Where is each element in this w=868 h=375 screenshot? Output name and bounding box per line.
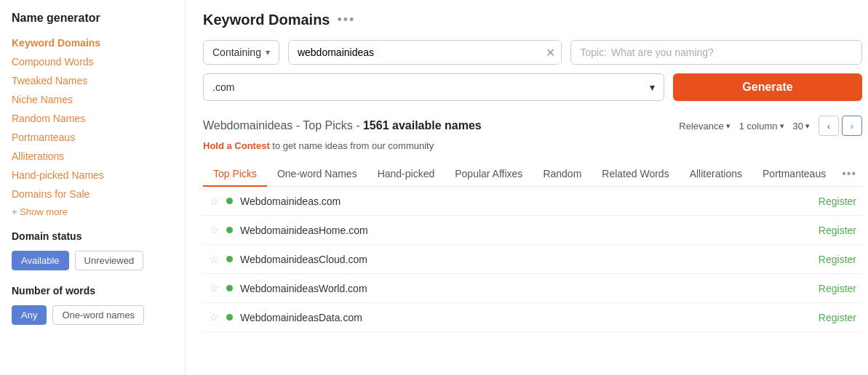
main-content: Keyword Domains ••• Containing ▾ ✕ Topic… bbox=[186, 0, 868, 375]
sidebar-item-domains-for-sale[interactable]: Domains for Sale bbox=[0, 185, 185, 203]
tld-select[interactable]: .com ▾ bbox=[203, 73, 664, 101]
main-header: Keyword Domains ••• bbox=[203, 12, 862, 28]
sidebar-item-tweaked-names[interactable]: Tweaked Names bbox=[0, 71, 185, 90]
sidebar-title: Name generator bbox=[0, 12, 185, 33]
topic-input-wrap: Topic: bbox=[570, 40, 862, 65]
register-link[interactable]: Register bbox=[819, 225, 856, 236]
availability-dot bbox=[226, 256, 233, 262]
domain-list-item: ☆WebdomainideasWorld.comRegister bbox=[203, 274, 862, 303]
star-icon[interactable]: ☆ bbox=[209, 310, 219, 324]
sidebar-item-label: Tweaked Names bbox=[12, 75, 87, 86]
register-link[interactable]: Register bbox=[819, 283, 856, 294]
domain-name: WebdomainideasData.com bbox=[240, 312, 811, 323]
per-page-control[interactable]: 30 ▾ bbox=[793, 121, 810, 132]
any-button[interactable]: Any bbox=[12, 305, 47, 325]
availability-dot bbox=[226, 198, 233, 204]
prev-page-arrow[interactable]: ‹ bbox=[819, 116, 839, 136]
tabs: Top PicksOne-word NamesHand-pickedPopula… bbox=[203, 161, 862, 187]
clear-icon[interactable]: ✕ bbox=[546, 46, 555, 60]
domain-name: WebdomainideasWorld.com bbox=[240, 283, 811, 294]
domain-list-item: ☆WebdomainideasHome.comRegister bbox=[203, 216, 862, 245]
domain-list-item: ☆Webdomainideas.comRegister bbox=[203, 187, 862, 216]
available-button[interactable]: Available bbox=[12, 251, 69, 270]
one-word-names-button[interactable]: One-word names bbox=[52, 305, 144, 325]
sidebar-item-label: Keyword Domains bbox=[12, 37, 100, 49]
sidebar-item-random-names[interactable]: Random Names bbox=[0, 109, 185, 128]
relevance-label: Relevance bbox=[679, 121, 723, 132]
sidebar-item-keyword-domains[interactable]: Keyword Domains bbox=[0, 33, 185, 52]
sidebar-item-label: Niche Names bbox=[12, 94, 73, 105]
sidebar-item-label: Random Names bbox=[12, 113, 85, 124]
number-of-words-section-label: Number of words bbox=[0, 275, 185, 301]
results-query: Webdomainideas bbox=[203, 119, 292, 132]
sidebar-item-portmanteaus[interactable]: Portmanteaus bbox=[0, 128, 185, 147]
results-label: - Top Picks - bbox=[296, 119, 363, 132]
chevron-down-icon: ▾ bbox=[780, 121, 784, 131]
domain-name: Webdomainideas.com bbox=[240, 195, 811, 207]
availability-dot bbox=[226, 314, 233, 320]
sidebar-nav: Keyword DomainsCompound WordsTweaked Nam… bbox=[0, 33, 185, 203]
tab-random[interactable]: Random bbox=[533, 162, 592, 187]
star-icon[interactable]: ☆ bbox=[209, 252, 219, 266]
nav-arrows: ‹ › bbox=[819, 116, 862, 136]
contest-link-row: Hold a Contest to get name ideas from ou… bbox=[203, 140, 862, 151]
tld-row: .com ▾ Generate bbox=[203, 73, 862, 101]
sidebar: Name generator Keyword DomainsCompound W… bbox=[0, 0, 186, 375]
keyword-input[interactable] bbox=[289, 41, 562, 64]
next-page-arrow[interactable]: › bbox=[842, 116, 862, 136]
register-link[interactable]: Register bbox=[819, 195, 856, 207]
chevron-down-icon: ▾ bbox=[805, 121, 810, 131]
tab-more-icon[interactable]: ••• bbox=[836, 161, 862, 186]
star-icon[interactable]: ☆ bbox=[209, 223, 219, 237]
tab-one-word-names[interactable]: One-word Names bbox=[267, 162, 367, 187]
sidebar-item-label: Compound Words bbox=[12, 56, 94, 68]
sidebar-item-label: Hand-picked Names bbox=[12, 169, 104, 181]
star-icon[interactable]: ☆ bbox=[209, 281, 219, 295]
chevron-down-icon: ▾ bbox=[650, 81, 655, 93]
results-header: Webdomainideas - Top Picks - 1561 availa… bbox=[203, 116, 862, 136]
sidebar-item-hand-picked-names[interactable]: Hand-picked Names bbox=[0, 166, 185, 185]
per-page-label: 30 bbox=[793, 121, 803, 132]
availability-dot bbox=[226, 285, 233, 291]
columns-label: 1 column bbox=[739, 121, 778, 132]
columns-control[interactable]: 1 column ▾ bbox=[739, 121, 784, 132]
unreviewed-button[interactable]: Unreviewed bbox=[75, 251, 144, 270]
search-row: Containing ▾ ✕ Topic: bbox=[203, 40, 862, 65]
keyword-input-wrap: ✕ bbox=[288, 40, 562, 65]
sidebar-item-compound-words[interactable]: Compound Words bbox=[0, 52, 185, 71]
tab-alliterations[interactable]: Alliterations bbox=[680, 162, 752, 187]
chevron-down-icon: ▾ bbox=[726, 121, 730, 131]
results-controls: Relevance ▾ 1 column ▾ 30 ▾ ‹ › bbox=[679, 116, 862, 136]
containing-select[interactable]: Containing ▾ bbox=[203, 40, 279, 65]
tab-portmanteaus[interactable]: Portmanteaus bbox=[752, 162, 836, 187]
sidebar-item-label: Portmanteaus bbox=[12, 132, 75, 143]
domain-list-item: ☆WebdomainideasData.comRegister bbox=[203, 303, 862, 332]
show-more-link[interactable]: + Show more bbox=[0, 203, 185, 220]
domain-status-section-label: Domain status bbox=[0, 220, 185, 246]
page-title: Keyword Domains bbox=[203, 12, 330, 28]
domain-list-item: ☆WebdomainideasCloud.comRegister bbox=[203, 245, 862, 274]
star-icon[interactable]: ☆ bbox=[209, 194, 219, 208]
topic-input[interactable] bbox=[611, 47, 853, 58]
domain-name: WebdomainideasHome.com bbox=[240, 225, 811, 236]
results-count: 1561 available names bbox=[363, 119, 482, 132]
tab-hand-picked[interactable]: Hand-picked bbox=[367, 162, 445, 187]
register-link[interactable]: Register bbox=[819, 312, 856, 323]
tab-related-words[interactable]: Related Words bbox=[592, 162, 679, 187]
tab-top-picks[interactable]: Top Picks bbox=[203, 162, 267, 187]
relevance-control[interactable]: Relevance ▾ bbox=[679, 121, 730, 132]
containing-label: Containing bbox=[212, 47, 261, 58]
generate-button[interactable]: Generate bbox=[673, 73, 862, 101]
options-icon[interactable]: ••• bbox=[337, 12, 355, 28]
contest-link[interactable]: Hold a Contest bbox=[203, 140, 270, 151]
sidebar-item-alliterations[interactable]: Alliterations bbox=[0, 147, 185, 166]
tab-popular-affixes[interactable]: Popular Affixes bbox=[445, 162, 533, 187]
results-title: Webdomainideas - Top Picks - 1561 availa… bbox=[203, 119, 482, 132]
domain-list: ☆Webdomainideas.comRegister☆Webdomainide… bbox=[203, 187, 862, 332]
contest-link-suffix: to get name ideas from our community bbox=[272, 140, 434, 151]
domain-status-buttons: Available Unreviewed bbox=[0, 246, 185, 275]
tld-value: .com bbox=[212, 81, 234, 93]
sidebar-item-niche-names[interactable]: Niche Names bbox=[0, 90, 185, 109]
register-link[interactable]: Register bbox=[819, 254, 856, 265]
availability-dot bbox=[226, 227, 233, 233]
